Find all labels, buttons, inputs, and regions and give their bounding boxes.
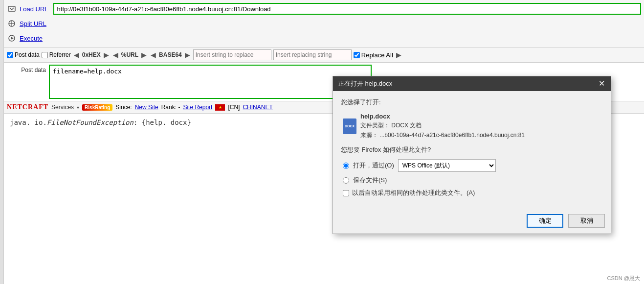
auto-action-label: 以后自动采用相同的动作处理此类文件。(A) [352, 189, 475, 197]
file-details: help.docx 文件类型： DOCX 文档 来源： ...b00-109a-… [360, 113, 525, 140]
dialog-title: 正在打开 help.docx [338, 79, 392, 88]
dialog-close-button[interactable]: ✕ [598, 80, 606, 88]
dialog-question: 您想要 Firefox 如何处理此文件? [341, 145, 603, 154]
dialog-titlebar: 正在打开 help.docx ✕ [333, 76, 611, 91]
file-info-row: DOCX help.docx 文件类型： DOCX 文档 来源： ...b00-… [341, 113, 603, 140]
file-type-value: DOCX 文档 [391, 122, 422, 129]
confirm-button[interactable]: 确定 [527, 214, 563, 228]
file-source: 来源： ...b00-109a-44d7-a21c-6acf80e6ffb1.n… [360, 131, 525, 140]
file-type-label: 文件类型： [360, 122, 390, 129]
dialog-body: 您选择了打开: DOCX help.docx 文件类型： DOCX 文档 来源： [333, 91, 611, 211]
file-name: help.docx [360, 113, 525, 120]
open-radio-label: 打开，通过(O) [353, 161, 394, 170]
app-select[interactable]: WPS Office (默认) [398, 159, 496, 172]
main-area: Load URL Split URL Execute [0, 0, 644, 284]
cancel-button[interactable]: 取消 [568, 214, 605, 228]
source-value: ...b00-109a-44d7-a21c-6acf80e6ffb1.node4… [379, 132, 525, 139]
open-radio[interactable] [343, 163, 349, 169]
open-with-radio-row: 打开，通过(O) WPS Office (默认) [341, 159, 603, 172]
auto-action-checkbox[interactable] [343, 190, 349, 196]
file-type: 文件类型： DOCX 文档 [360, 121, 525, 130]
dialog-overlay: 正在打开 help.docx ✕ 您选择了打开: DOCX help.docx … [0, 0, 644, 284]
dialog-subtitle: 您选择了打开: [341, 98, 603, 107]
save-radio-label: 保存文件(S) [353, 176, 387, 185]
file-icon-label: DOCX [345, 124, 355, 128]
auto-action-row: 以后自动采用相同的动作处理此类文件。(A) [341, 189, 603, 197]
file-icon: DOCX [343, 118, 356, 134]
dialog-footer: 确定 取消 [333, 211, 611, 234]
save-radio[interactable] [343, 177, 349, 184]
file-open-dialog: 正在打开 help.docx ✕ 您选择了打开: DOCX help.docx … [333, 76, 611, 234]
save-radio-row: 保存文件(S) [341, 176, 603, 185]
source-label: 来源： [360, 132, 378, 139]
